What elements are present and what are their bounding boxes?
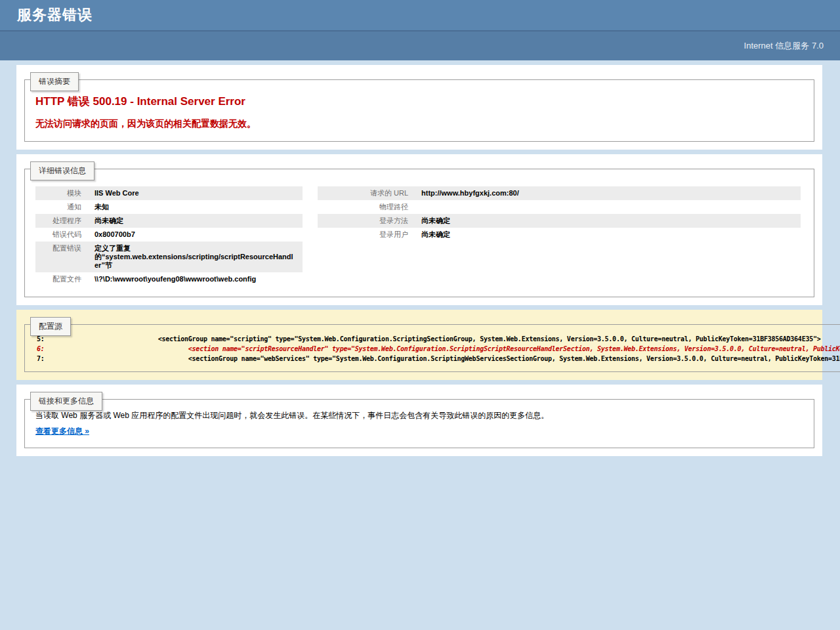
table-row: 登录方法 尚未确定 — [318, 214, 801, 228]
table-row: 模块 IIS Web Core — [35, 186, 303, 200]
error-details-section: 详细错误信息 模块 IIS Web Core 通知 未知 处理程序 — [16, 154, 822, 305]
code-line: 5: <sectionGroup name="scripting" type="… — [25, 334, 840, 344]
row-value: \\?\D:\wwwroot\youfeng08\wwwroot\web.con… — [89, 272, 303, 286]
error-summary-tab: 错误摘要 — [30, 72, 79, 91]
header-bar: 服务器错误 — [0, 0, 840, 32]
row-value: 定义了重复的“system.web.extensions/scripting/s… — [89, 242, 303, 272]
details-left-table: 模块 IIS Web Core 通知 未知 处理程序 尚未确定 错误代码 — [35, 186, 303, 286]
table-row: 处理程序 尚未确定 — [35, 214, 303, 228]
row-value: 尚未确定 — [89, 214, 303, 228]
row-label: 通知 — [35, 200, 89, 214]
row-label: 登录用户 — [318, 228, 416, 242]
content-area: 错误摘要 HTTP 错误 500.19 - Internal Server Er… — [16, 65, 822, 456]
links-description: 当读取 Web 服务器或 Web 应用程序的配置文件出现问题时，就会发生此错误。… — [35, 410, 803, 421]
row-value: 尚未确定 — [416, 228, 801, 242]
table-row: 配置文件 \\?\D:\wwwroot\youfeng08\wwwroot\we… — [35, 272, 303, 286]
row-label: 配置错误 — [35, 242, 89, 272]
config-source-tab: 配置源 — [30, 317, 71, 336]
error-details-tab: 详细错误信息 — [30, 161, 94, 180]
row-value: 未知 — [89, 200, 303, 214]
row-label: 处理程序 — [35, 214, 89, 228]
row-value: 0x800700b7 — [89, 228, 303, 242]
code-line: 7: <sectionGroup name="webServices" type… — [25, 354, 840, 364]
table-row: 错误代码 0x800700b7 — [35, 228, 303, 242]
table-row: 配置错误 定义了重复的“system.web.extensions/script… — [35, 242, 303, 272]
table-row: 通知 未知 — [35, 200, 303, 214]
row-label: 配置文件 — [35, 272, 89, 286]
error-summary-section: 错误摘要 HTTP 错误 500.19 - Internal Server Er… — [16, 65, 822, 150]
error-details-box: 详细错误信息 模块 IIS Web Core 通知 未知 处理程序 — [24, 169, 814, 297]
page: { "header": { "title": "服务器错误" }, "versi… — [0, 0, 840, 630]
links-section: 链接和更多信息 当读取 Web 服务器或 Web 应用程序的配置文件出现问题时，… — [16, 385, 822, 456]
config-source-box: 配置源 5: <sectionGroup name="scripting" ty… — [24, 324, 840, 372]
server-version-bar: Internet 信息服务 7.0 — [0, 32, 840, 60]
page-title: 服务器错误 — [17, 5, 93, 25]
row-label: 请求的 URL — [318, 186, 416, 200]
row-value — [416, 200, 801, 214]
row-value: IIS Web Core — [89, 186, 303, 200]
error-message: 无法访问请求的页面，因为该页的相关配置数据无效。 — [35, 117, 803, 129]
row-label: 错误代码 — [35, 228, 89, 242]
code-line-error: 6: <section name="scriptResourceHandler"… — [25, 344, 840, 354]
row-label: 模块 — [35, 186, 89, 200]
row-value: http://www.hbyfgxkj.com:80/ — [416, 186, 801, 200]
table-row: 请求的 URL http://www.hbyfgxkj.com:80/ — [318, 186, 801, 200]
links-box: 链接和更多信息 当读取 Web 服务器或 Web 应用程序的配置文件出现问题时，… — [24, 399, 814, 448]
error-heading: HTTP 错误 500.19 - Internal Server Error — [35, 94, 803, 109]
row-label: 登录方法 — [318, 214, 416, 228]
links-tab: 链接和更多信息 — [30, 392, 102, 411]
server-version-label: Internet 信息服务 7.0 — [744, 40, 824, 52]
table-row: 登录用户 尚未确定 — [318, 228, 801, 242]
config-source-section: 配置源 5: <sectionGroup name="scripting" ty… — [16, 310, 822, 380]
table-row: 物理路径 — [318, 200, 801, 214]
more-info-link[interactable]: 查看更多信息 » — [35, 427, 89, 436]
row-value: 尚未确定 — [416, 214, 801, 228]
error-summary-box: 错误摘要 HTTP 错误 500.19 - Internal Server Er… — [24, 79, 814, 142]
row-label: 物理路径 — [318, 200, 416, 214]
details-tables: 模块 IIS Web Core 通知 未知 处理程序 尚未确定 错误代码 — [35, 186, 803, 286]
details-right-table: 请求的 URL http://www.hbyfgxkj.com:80/ 物理路径… — [318, 186, 801, 242]
